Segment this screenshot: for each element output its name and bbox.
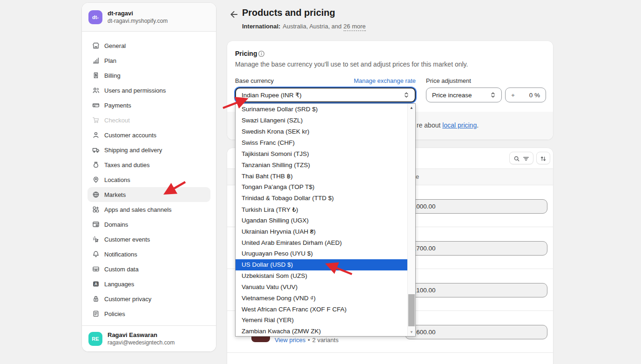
- store-name: dt-ragavi: [108, 10, 168, 17]
- sidebar-item-label: Customer accounts: [104, 132, 156, 139]
- price-adjustment-label: Price adjustment: [426, 77, 471, 84]
- sidebar-nav: GeneralPlanBillingUsers and permissionsP…: [82, 32, 216, 321]
- pricing-description: Manage the base currency you'll use to s…: [235, 61, 468, 68]
- sidebar-item-label: Custom data: [104, 266, 139, 273]
- account-menu[interactable]: RE Ragavi Easwaran ragavi@wedesigntech.c…: [82, 325, 216, 351]
- currency-option-yemeni-rial-yer[interactable]: Yemeni Rial (YER): [236, 315, 407, 326]
- currency-option-vanuatu-vatu-vuv[interactable]: Vanuatu Vatu (VUV): [236, 282, 407, 293]
- sort-button[interactable]: [536, 152, 550, 164]
- adjustment-percent-input[interactable]: + 0 %: [505, 88, 546, 102]
- sidebar-item-shipping-and-delivery[interactable]: Shipping and delivery: [88, 142, 210, 157]
- store-avatar: dt-: [88, 10, 102, 24]
- currency-option-uzbekistani-som-uzs[interactable]: Uzbekistani Som (UZS): [236, 270, 407, 282]
- currency-option-uruguayan-peso-uyu[interactable]: Uruguayan Peso (UYU $): [236, 248, 407, 259]
- sidebar-item-label: Plan: [104, 57, 116, 64]
- view-prices-link[interactable]: View prices: [275, 337, 305, 344]
- sidebar-item-label: Markets: [104, 191, 126, 198]
- chevron-updown-icon: [403, 91, 410, 99]
- payments-icon: [92, 101, 100, 109]
- scrollbar-thumb[interactable]: [408, 294, 415, 326]
- store-domain: dt-ragavi.myshopify.com: [108, 18, 168, 24]
- price-input[interactable]: 1,700.00: [405, 241, 547, 256]
- more-countries-link[interactable]: 26 more: [344, 23, 366, 31]
- sidebar-item-policies[interactable]: Policies: [88, 306, 210, 321]
- currency-option-tajikistani-somoni-tjs[interactable]: Tajikistani Somoni (TJS): [236, 148, 407, 159]
- sidebar-item-customer-accounts[interactable]: Customer accounts: [88, 128, 210, 142]
- truck-icon: [92, 146, 100, 154]
- price-column-header: e: [416, 169, 419, 185]
- info-icon[interactable]: [258, 50, 265, 57]
- pin-icon: [92, 176, 100, 183]
- currency-option-us-dollar-usd[interactable]: US Dollar (USD $): [236, 259, 407, 270]
- tax-icon: [92, 161, 100, 169]
- sidebar-item-domains[interactable]: Domains: [88, 217, 210, 232]
- sidebar-item-users-and-permissions[interactable]: Users and permissions: [88, 83, 210, 98]
- settings-sidebar: dt- dt-ragavi dt-ragavi.myshopify.com Ge…: [82, 3, 216, 351]
- sidebar-item-customer-privacy[interactable]: Customer privacy: [88, 291, 210, 306]
- currency-option-trinidad-tobago-dollar-ttd[interactable]: Trinidad & Tobago Dollar (TTD $): [236, 193, 407, 204]
- search-and-filter-button[interactable]: [509, 152, 533, 164]
- local-pricing-link[interactable]: local pricing: [442, 121, 477, 129]
- sidebar-item-label: Checkout: [104, 117, 130, 124]
- currency-option-ukrainian-hryvnia-uah[interactable]: Ukrainian Hryvnia (UAH ₴): [236, 226, 407, 237]
- sidebar-item-locations[interactable]: Locations: [88, 172, 210, 187]
- scroll-up-arrow-icon[interactable]: ▲: [408, 104, 415, 112]
- market-breadcrumb: International:Australia, Austria, and26 …: [242, 23, 366, 30]
- manage-exchange-rate-link[interactable]: Manage exchange rate: [354, 77, 416, 84]
- sidebar-item-payments[interactable]: Payments: [88, 98, 210, 113]
- sidebar-item-taxes-and-duties[interactable]: Taxes and duties: [88, 157, 210, 172]
- user-email: ragavi@wedesigntech.com: [108, 339, 175, 346]
- sidebar-item-label: Domains: [104, 221, 128, 228]
- footer-text: re about: [417, 121, 442, 129]
- sidebar-item-billing[interactable]: Billing: [88, 68, 210, 83]
- base-currency-label: Base currency: [235, 77, 274, 84]
- currency-option-turkish-lira-try[interactable]: Turkish Lira (TRY ₺): [236, 204, 407, 215]
- sidebar-item-label: Apps and sales channels: [104, 206, 172, 213]
- sidebar-item-label: Shipping and delivery: [104, 147, 162, 154]
- currency-option-tongan-pa-anga-top-t[interactable]: Tongan Pa'anga (TOP T$): [236, 182, 407, 193]
- currency-option-zambian-kwacha-zmw-zk[interactable]: Zambian Kwacha (ZMW ZK): [236, 326, 407, 336]
- apps-icon: [92, 206, 100, 213]
- currency-option-swedish-krona-sek-kr[interactable]: Swedish Krona (SEK kr): [236, 126, 407, 137]
- sidebar-item-languages[interactable]: ALanguages: [88, 276, 210, 291]
- scroll-down-arrow-icon[interactable]: ▼: [408, 328, 415, 336]
- sidebar-item-general[interactable]: General: [88, 38, 210, 53]
- currency-option-swiss-franc-chf[interactable]: Swiss Franc (CHF): [236, 137, 407, 148]
- currency-option-west-african-cfa-franc-xof-f-cfa[interactable]: West African CFA Franc (XOF F CFA): [236, 303, 407, 315]
- sidebar-item-label: Locations: [104, 176, 130, 183]
- sidebar-item-notifications[interactable]: Notifications: [88, 247, 210, 262]
- sidebar-item-label: Payments: [104, 102, 131, 109]
- sidebar-item-label: Notifications: [104, 251, 137, 258]
- dropdown-scrollbar[interactable]: ▲ ▼: [407, 104, 415, 336]
- sidebar-item-label: Policies: [104, 310, 125, 317]
- store-icon: [92, 42, 100, 49]
- person-icon: [92, 131, 100, 139]
- currency-option-united-arab-emirates-dirham-aed[interactable]: United Arab Emirates Dirham (AED): [236, 237, 407, 248]
- currency-option-surinamese-dollar-srd[interactable]: Surinamese Dollar (SRD $): [236, 104, 407, 115]
- currency-option-tanzanian-shilling-tzs[interactable]: Tanzanian Shilling (TZS): [236, 159, 407, 170]
- back-arrow-icon[interactable]: [229, 10, 238, 19]
- price-input[interactable]: 1,000.00: [405, 199, 547, 214]
- sidebar-item-apps-and-sales-channels[interactable]: Apps and sales channels: [88, 202, 210, 217]
- currency-option-swazi-lilangeni-szl[interactable]: Swazi Lilangeni (SZL): [236, 115, 407, 126]
- plan-icon: [92, 57, 100, 64]
- currency-option-ugandan-shilling-ugx[interactable]: Ugandan Shilling (UGX): [236, 215, 407, 226]
- base-currency-select[interactable]: Indian Rupee (INR ₹): [235, 88, 416, 102]
- store-switcher[interactable]: dt- dt-ragavi dt-ragavi.myshopify.com: [82, 3, 216, 32]
- price-input[interactable]: 6,600.00: [405, 325, 547, 339]
- separator-dot: •: [308, 337, 310, 344]
- footer-text-suffix: .: [477, 121, 479, 129]
- sidebar-item-plan[interactable]: Plan: [88, 53, 210, 68]
- pricing-card-title: Pricing: [235, 50, 257, 57]
- price-input[interactable]: 7,100.00: [405, 283, 547, 297]
- sidebar-item-customer-events[interactable]: Customer events: [88, 232, 210, 247]
- cursor-icon: [92, 236, 100, 243]
- sidebar-item-custom-data[interactable]: Custom data: [88, 262, 210, 276]
- globe-icon: [92, 191, 100, 198]
- currency-option-vietnamese-dong-vnd[interactable]: Vietnamese Dong (VND ₫): [236, 292, 407, 303]
- lock-icon: [92, 295, 100, 303]
- price-adjustment-select[interactable]: Price increase: [426, 88, 502, 102]
- policy-icon: [92, 310, 100, 317]
- sidebar-item-markets[interactable]: Markets: [88, 187, 210, 202]
- currency-option-thai-baht-thb[interactable]: Thai Baht (THB ฿): [236, 170, 407, 182]
